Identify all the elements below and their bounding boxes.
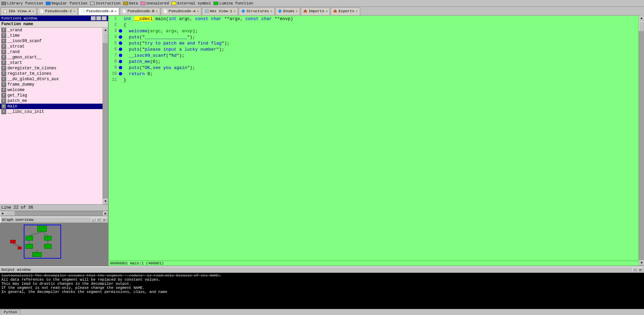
func-hscroll-thumb[interactable]	[5, 211, 15, 216]
functions-scroll-down[interactable]: ▼	[103, 199, 108, 204]
func-icon-_srand: f	[1, 28, 6, 33]
code-scroll-track[interactable]	[639, 21, 644, 260]
output-restore-btn[interactable]: ⊡	[638, 268, 643, 272]
code-scrollbar[interactable]: ▲ ▼	[639, 16, 644, 266]
function-item-_rand[interactable]: f_rand	[0, 49, 103, 55]
line-dot-5	[119, 41, 122, 45]
function-item-_srand[interactable]: f_srand	[0, 28, 103, 33]
func-name-__do_global_dtors_aux: __do_global_dtors_aux	[7, 77, 59, 82]
function-item-register_tm_clones[interactable]: fregister_tm_clones	[0, 71, 103, 76]
functions-minimize-btn[interactable]: _	[91, 16, 96, 20]
tab-imports[interactable]: 📥 Imports ✕	[301, 7, 330, 15]
tab-hex-view[interactable]: 🔢 Hex View-1 ✕	[202, 7, 238, 15]
output-maximize-btn[interactable]: □	[632, 268, 637, 272]
function-item-deregister_tm_clones[interactable]: fderegister_tm_clones	[0, 66, 103, 71]
function-item-__do_global_dtors_aux[interactable]: f__do_global_dtors_aux	[0, 76, 103, 82]
tab-structures-close[interactable]: ✕	[270, 9, 272, 13]
legend-lumina: Lumina function	[214, 1, 253, 5]
graph-content[interactable]	[0, 223, 108, 266]
tab-hex-view-label: Hex View-1	[210, 9, 232, 13]
legend-data: Data	[123, 1, 138, 5]
code-content[interactable]: 1int __cdecl main(int argc, const char *…	[109, 16, 639, 261]
code-line-4: 4 puts("________________");	[109, 34, 639, 40]
legend-regular: Regular function	[46, 1, 88, 5]
functions-scroll-thumb[interactable]	[103, 33, 108, 43]
func-icon-__libc_csu_init: f	[1, 109, 6, 114]
func-name-__isoc99_scanf: __isoc99_scanf	[7, 39, 42, 43]
function-item-_strcat[interactable]: f_strcat	[0, 44, 103, 49]
func-icon-main: f	[1, 104, 6, 109]
tab-pseudocode-a2-close[interactable]: ✕	[197, 9, 199, 13]
tab-hex-view-close[interactable]: ✕	[234, 9, 236, 13]
tab-exports[interactable]: 📤 Exports ✕	[331, 7, 360, 15]
functions-restore-btn[interactable]: □	[96, 16, 101, 20]
functions-list[interactable]: f_srandf_timef__isoc99_scanff_strcatf_ra…	[0, 28, 103, 204]
tab-pseudocode-b-close[interactable]: ✕	[156, 9, 158, 13]
line-info: Line 22 of 36	[0, 204, 108, 211]
func-hscroll-left[interactable]: ◀	[0, 211, 5, 216]
tab-pseudocode-c[interactable]: 📄 Pseudocode-C ✕	[37, 7, 78, 15]
func-hscroll-right[interactable]: ▶	[103, 211, 108, 216]
code-text-6: puts("please input a lucky number");	[124, 47, 224, 52]
function-item-welcome[interactable]: fwelcome	[0, 87, 103, 93]
tab-pseudocode-a-label: Pseudocode-A	[86, 9, 113, 13]
legend-lumina-color	[214, 2, 218, 5]
func-name-welcome: welcome	[7, 88, 24, 92]
func-name-_start: _start	[7, 60, 22, 65]
functions-scrollbar[interactable]: ▲ ▼	[103, 28, 108, 204]
tab-ida-view-a-close[interactable]: ✕	[32, 9, 34, 13]
function-item-patch_me[interactable]: fpatch_me	[0, 98, 103, 104]
function-item-__libc_csu_init[interactable]: f__libc_csu_init	[0, 109, 103, 115]
tab-exports-label: Exports	[338, 9, 354, 13]
functions-close-btn[interactable]: ✕	[102, 16, 107, 20]
line-number-10: 10	[109, 71, 119, 76]
code-scroll-up[interactable]: ▲	[639, 16, 644, 21]
line-number-9: 9	[109, 65, 119, 70]
tab-enums[interactable]: 🔷 Enums ✕	[275, 7, 300, 15]
line-dot-7	[119, 54, 122, 57]
svg-line-1	[42, 232, 48, 236]
func-hscroll[interactable]: ◀ ▶	[0, 211, 108, 216]
code-text-10: return 0;	[124, 71, 153, 76]
tab-pseudocode-a2[interactable]: 📄 Pseudocode-A ✕	[161, 7, 201, 15]
code-text-5: puts("try to patch me and find flag");	[124, 41, 229, 46]
code-text-7: __isoc99_scanf("%d");	[124, 53, 184, 58]
line-number-8: 8	[109, 59, 119, 64]
function-item-__isoc99_scanf[interactable]: f__isoc99_scanf	[0, 38, 103, 44]
tab-pseudocode-c-close[interactable]: ✕	[73, 9, 75, 13]
legend-instruction-label: Instruction	[96, 1, 121, 5]
functions-scroll-up[interactable]: ▲	[103, 28, 108, 33]
function-item-_start[interactable]: f_start	[0, 60, 103, 66]
code-text-4: puts("________________");	[124, 35, 195, 40]
output-tab-python[interactable]: Python	[1, 310, 20, 315]
func-hscroll-track[interactable]	[5, 211, 103, 216]
output-content[interactable]: [autoanalysis] The decompiler assumes th…	[0, 273, 644, 309]
tab-exports-close[interactable]: ✕	[356, 9, 358, 13]
func-icon-_rand: f	[1, 50, 6, 54]
tab-imports-close[interactable]: ✕	[326, 9, 328, 13]
code-scroll-down[interactable]: ▼	[639, 260, 644, 266]
function-item-__gmon_start__[interactable]: f__gmon_start__	[0, 55, 103, 60]
functions-scroll-track[interactable]	[103, 33, 108, 199]
function-item-get_flag[interactable]: fget_flag	[0, 93, 103, 98]
func-name-main: main	[7, 104, 17, 109]
tab-ida-view-a-label: IDA View-A	[8, 9, 31, 13]
func-icon-__isoc99_scanf: f	[1, 39, 6, 43]
tab-ida-view-a[interactable]: 📋 IDA View-A ✕	[1, 7, 37, 15]
code-line-5: 5 puts("try to patch me and find flag");	[109, 40, 639, 46]
graph-restore-btn[interactable]: □	[96, 218, 101, 222]
code-text-2: {	[124, 22, 126, 28]
graph-minimize-btn[interactable]: _	[91, 218, 96, 222]
code-text-11: }	[124, 77, 126, 83]
code-line-8: 8 patch_me(0);	[109, 58, 639, 65]
tab-pseudocode-b[interactable]: 📄 Pseudocode-B ✕	[120, 7, 160, 15]
function-item-_time[interactable]: f_time	[0, 33, 103, 38]
tab-pseudocode-a-close[interactable]: ✕	[115, 9, 117, 13]
function-item-main[interactable]: fmain	[0, 104, 103, 109]
function-item-frame_dummy[interactable]: fframe_dummy	[0, 82, 103, 87]
tab-enums-close[interactable]: ✕	[296, 9, 298, 13]
graph-close-btn[interactable]: ✕	[102, 218, 107, 222]
tab-pseudocode-a[interactable]: 📄 Pseudocode-A ✕	[78, 7, 119, 15]
code-scroll-thumb[interactable]	[639, 21, 644, 31]
tab-structures[interactable]: 🔷 Structures ✕	[239, 7, 275, 15]
